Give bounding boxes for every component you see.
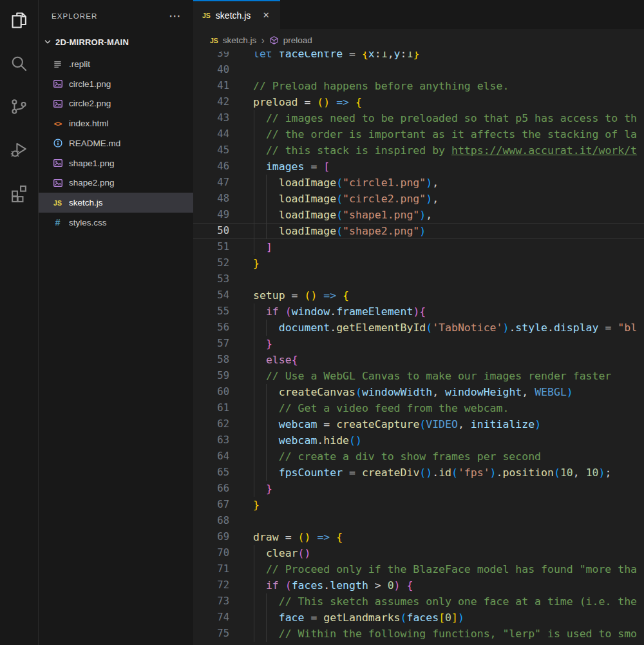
code-line-47[interactable]: loadImage("circle1.png"), xyxy=(238,175,644,191)
tab-sketch-js[interactable]: JS sketch.js ✕ xyxy=(193,0,280,29)
code-line-52[interactable]: } xyxy=(238,255,644,271)
line-number-72[interactable]: 72 xyxy=(193,577,238,593)
line-number-68[interactable]: 68 xyxy=(193,513,238,529)
line-number-74[interactable]: 74 xyxy=(193,610,238,626)
image-icon xyxy=(53,158,63,168)
code-line-69[interactable]: draw = () => { xyxy=(238,529,644,545)
close-icon[interactable]: ✕ xyxy=(260,9,272,22)
code-line-53[interactable] xyxy=(238,271,644,287)
file-row-sketch-js[interactable]: JSsketch.js xyxy=(39,193,193,213)
code-line-66[interactable]: } xyxy=(238,481,644,497)
line-number-52[interactable]: 52 xyxy=(193,255,238,271)
code-line-65[interactable]: fpsCounter = createDiv().id('fps').posit… xyxy=(238,465,644,481)
line-number-57[interactable]: 57 xyxy=(193,336,238,352)
line-number-65[interactable]: 65 xyxy=(193,465,238,481)
line-number-49[interactable]: 49 xyxy=(193,207,238,223)
line-number-63[interactable]: 63 xyxy=(193,432,238,448)
line-number-50[interactable]: 50 xyxy=(193,223,238,239)
file-name: circle1.png xyxy=(69,79,111,89)
line-number-54[interactable]: 54 xyxy=(193,287,238,303)
line-number-53[interactable]: 53 xyxy=(193,271,238,287)
line-number-64[interactable]: 64 xyxy=(193,448,238,465)
code-line-51[interactable]: ] xyxy=(238,239,644,255)
code-line-70[interactable]: clear() xyxy=(238,545,644,561)
line-number-58[interactable]: 58 xyxy=(193,352,238,368)
more-actions-icon[interactable]: ⋯ xyxy=(169,13,182,19)
code-line-68[interactable] xyxy=(238,513,644,529)
line-number-46[interactable]: 46 xyxy=(193,159,238,175)
indent-guide xyxy=(266,448,267,465)
code-line-49[interactable]: loadImage("shape1.png"), xyxy=(238,207,644,223)
file-row-shape2-png[interactable]: shape2.png xyxy=(39,173,193,193)
line-number-44[interactable]: 44 xyxy=(193,126,238,142)
code-line-57[interactable]: } xyxy=(238,336,644,352)
code-line-45[interactable]: // this stack is inspired by https://www… xyxy=(238,142,644,159)
file-row-styles-css[interactable]: #styles.css xyxy=(39,213,193,233)
file-row-circle1-png[interactable]: circle1.png xyxy=(39,74,193,94)
code-line-41[interactable]: // Preload happens before anything else. xyxy=(238,78,644,94)
code-line-72[interactable]: if (faces.length > 0) { xyxy=(238,577,644,593)
line-number-42[interactable]: 42 xyxy=(193,94,238,110)
line-number-67[interactable]: 67 xyxy=(193,497,238,513)
code-line-55[interactable]: if (window.frameElement){ xyxy=(238,303,644,320)
indent-guide xyxy=(254,303,254,320)
code-line-64[interactable]: // create a div to show frames per secon… xyxy=(238,448,644,465)
indent-guide xyxy=(266,191,267,207)
code-line-48[interactable]: loadImage("circle2.png"), xyxy=(238,191,644,207)
line-number-40[interactable]: 40 xyxy=(193,62,238,78)
file-row-shape1-png[interactable]: shape1.png xyxy=(39,153,193,173)
line-number-45[interactable]: 45 xyxy=(193,142,238,159)
line-number-43[interactable]: 43 xyxy=(193,110,238,126)
line-number-71[interactable]: 71 xyxy=(193,561,238,577)
code-editor[interactable]: let faceCentre = {x:1,y:1}// Preload hap… xyxy=(238,52,644,645)
line-number-55[interactable]: 55 xyxy=(193,303,238,320)
line-number-41[interactable]: 41 xyxy=(193,78,238,94)
line-number-69[interactable]: 69 xyxy=(193,529,238,545)
activity-item-search[interactable] xyxy=(0,43,38,86)
file-row-circle2-png[interactable]: circle2.png xyxy=(39,94,193,114)
file-row-README-md[interactable]: README.md xyxy=(39,133,193,153)
code-line-63[interactable]: webcam.hide() xyxy=(238,432,644,448)
line-number-47[interactable]: 47 xyxy=(193,175,238,191)
code-line-75[interactable]: // Within the following functions, "lerp… xyxy=(238,626,644,642)
line-number-61[interactable]: 61 xyxy=(193,400,238,416)
code-line-50[interactable]: loadImage("shape2.png") xyxy=(238,223,644,239)
code-line-39[interactable]: let faceCentre = {x:1,y:1} xyxy=(238,52,644,62)
code-line-59[interactable]: // Use a WebGL Canvas to make our images… xyxy=(238,368,644,384)
line-number-73[interactable]: 73 xyxy=(193,593,238,610)
code-line-54[interactable]: setup = () => { xyxy=(238,287,644,303)
line-number-75[interactable]: 75 xyxy=(193,626,238,642)
activity-item-extensions[interactable] xyxy=(0,173,38,216)
activity-item-explorer[interactable] xyxy=(0,0,38,43)
code-line-71[interactable]: // Proceed only if the BlazeFace model h… xyxy=(238,561,644,577)
code-line-56[interactable]: document.getElementById('TabNotice').sty… xyxy=(238,320,644,336)
line-number-70[interactable]: 70 xyxy=(193,545,238,561)
code-line-62[interactable]: webcam = createCapture(VIDEO, initialize… xyxy=(238,416,644,432)
line-number-48[interactable]: 48 xyxy=(193,191,238,207)
code-line-61[interactable]: // Get a video feed from the webcam. xyxy=(238,400,644,416)
code-line-44[interactable]: // the order is important as it affects … xyxy=(238,126,644,142)
code-line-74[interactable]: face = getLandmarks(faces[0]) xyxy=(238,610,644,626)
code-line-58[interactable]: else{ xyxy=(238,352,644,368)
line-number-51[interactable]: 51 xyxy=(193,239,238,255)
file-row-index-html[interactable]: <>index.html xyxy=(39,113,193,133)
line-number-62[interactable]: 62 xyxy=(193,416,238,432)
code-line-42[interactable]: preload = () => { xyxy=(238,94,644,110)
line-number-66[interactable]: 66 xyxy=(193,481,238,497)
line-number-60[interactable]: 60 xyxy=(193,384,238,400)
code-line-46[interactable]: images = [ xyxy=(238,159,644,175)
breadcrumb-file[interactable]: sketch.js xyxy=(223,35,257,45)
line-number-39[interactable]: 39 xyxy=(193,52,238,62)
line-number-59[interactable]: 59 xyxy=(193,368,238,384)
file-row--replit[interactable]: .replit xyxy=(39,54,193,74)
activity-item-run-debug[interactable] xyxy=(0,130,38,173)
line-number-56[interactable]: 56 xyxy=(193,320,238,336)
code-line-60[interactable]: createCanvas(windowWidth, windowHeight, … xyxy=(238,384,644,400)
folder-row-2d-mirror-main[interactable]: 2D-MIRROR-MAIN xyxy=(39,32,193,52)
breadcrumb-symbol[interactable]: preload xyxy=(283,35,312,45)
activity-item-source-control[interactable] xyxy=(0,86,38,130)
code-line-40[interactable] xyxy=(238,62,644,78)
code-line-43[interactable]: // images need to be preloaded so that p… xyxy=(238,110,644,126)
code-line-67[interactable]: } xyxy=(238,497,644,513)
code-line-73[interactable]: // This sketch assumes only one face at … xyxy=(238,593,644,610)
